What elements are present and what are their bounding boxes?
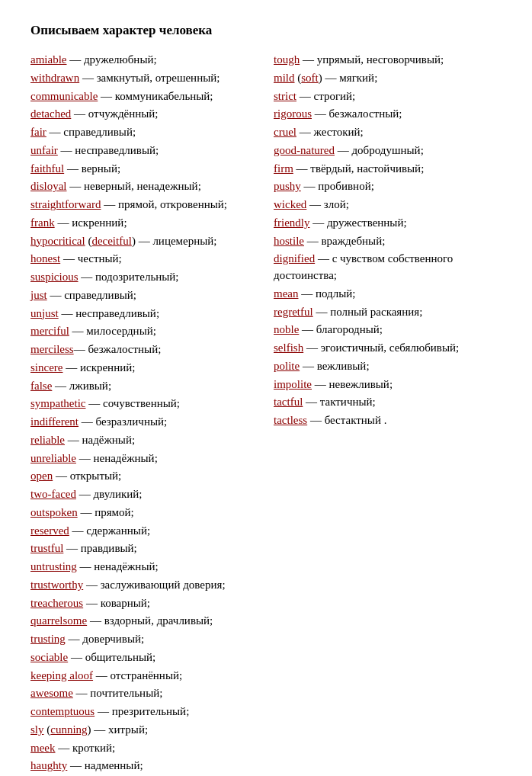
word-link[interactable]: fair (30, 126, 46, 138)
word-link[interactable]: trustful (30, 542, 63, 554)
word-link[interactable]: treacherous (30, 597, 83, 609)
word-link[interactable]: detached (30, 107, 71, 120)
word-link[interactable]: friendly (274, 216, 309, 229)
word-link[interactable]: frank (30, 216, 55, 229)
list-item: trusting — доверчивый; (30, 631, 258, 648)
list-item: sly (cunning) — хитрый; (30, 722, 258, 739)
word-link[interactable]: straightforward (30, 198, 101, 210)
list-item: meek — кроткий; (30, 740, 258, 757)
definition: — несправедливый; (58, 144, 159, 156)
definition: — вежливый; (300, 360, 369, 372)
definition: — подозрительный; (79, 271, 179, 283)
word-link[interactable]: suspicious (30, 271, 79, 283)
word-link[interactable]: meek (30, 742, 55, 754)
word-link[interactable]: trusting (30, 633, 66, 645)
definition: — сочувственный; (85, 397, 180, 409)
list-item: treacherous — коварный; (30, 595, 258, 612)
word-link[interactable]: trustworthy (30, 579, 83, 591)
word-link[interactable]: communicable (30, 90, 98, 102)
word-link[interactable]: hypocritical (30, 235, 85, 247)
word-link[interactable]: selfish (274, 342, 303, 354)
list-item: amiable — дружелюбный; (30, 52, 258, 69)
list-item: honest — честный; (30, 251, 258, 268)
word-link[interactable]: polite (274, 360, 300, 372)
word-link[interactable]: merciless (30, 343, 74, 355)
definition: — вздорный, драчливый; (87, 614, 213, 627)
word-link[interactable]: haughty (30, 759, 67, 771)
definition: — честный; (60, 252, 122, 265)
word-link[interactable]: tactless (274, 414, 307, 426)
list-item: noble — благородный; (274, 322, 502, 338)
list-item: trustful — правдивый; (30, 540, 258, 557)
word-link[interactable]: sympathetic (30, 397, 85, 409)
definition: — почтительный; (73, 687, 163, 699)
word-link[interactable]: open (30, 470, 53, 482)
word-link[interactable]: pushy (274, 180, 301, 192)
word-link[interactable]: regretful (274, 306, 313, 318)
list-item: merciless— безжалостный; (30, 342, 258, 358)
list-item: withdrawn — замкнутый, отрешенный; (30, 70, 258, 87)
word-link[interactable]: tactful (274, 396, 303, 408)
word-link[interactable]: unjust (30, 307, 59, 319)
page-title: Описываем характер человека (30, 23, 502, 38)
list-item: false — лживый; (30, 378, 258, 395)
word-link[interactable]: sly (30, 723, 44, 736)
word-link[interactable]: false (30, 380, 52, 392)
word-link[interactable]: mean (274, 287, 298, 300)
list-item: open — открытый; (30, 468, 258, 485)
word-link[interactable]: disloyal (30, 180, 67, 192)
word-link[interactable]: sociable (30, 651, 68, 663)
word-link[interactable]: faithful (30, 162, 64, 175)
word-link[interactable]: keeping aloof (30, 669, 93, 681)
word-link[interactable]: strict (274, 90, 296, 102)
list-item: polite — вежливый; (274, 358, 502, 375)
word-link[interactable]: amiable (30, 53, 66, 66)
word-link[interactable]: awesome (30, 687, 73, 699)
word-link[interactable]: just (30, 289, 47, 301)
word-link[interactable]: unreliable (30, 452, 76, 464)
list-item: frank — искренний; (30, 215, 258, 232)
word-link[interactable]: cunning (50, 723, 87, 736)
word-link[interactable]: cruel (274, 126, 296, 138)
definition: — ненадёжный; (77, 560, 159, 572)
word-link[interactable]: reliable (30, 434, 65, 446)
list-item: quarrelsome — вздорный, драчливый; (30, 613, 258, 630)
definition: — несправедливый; (59, 307, 159, 319)
list-item: mild (soft) — мягкий; (274, 70, 502, 87)
word-link[interactable]: dignified (274, 252, 315, 265)
word-link[interactable]: indifferent (30, 415, 79, 428)
definition: — правдивый; (63, 542, 136, 554)
word-link[interactable]: deceitful (91, 235, 131, 247)
word-link[interactable]: two-faced (30, 488, 76, 500)
word-link[interactable]: outspoken (30, 506, 78, 518)
definition: — полный раскаяния; (313, 306, 423, 318)
word-link[interactable]: honest (30, 252, 60, 265)
word-link[interactable]: reserved (30, 524, 69, 537)
word-link[interactable]: mild (274, 72, 295, 84)
definition: — злой; (306, 198, 349, 210)
word-link[interactable]: merciful (30, 325, 69, 337)
word-link[interactable]: firm (274, 162, 293, 175)
list-item: mean — подлый; (274, 286, 502, 303)
word-link[interactable]: impolite (274, 378, 312, 390)
list-item: disloyal — неверный, ненадежный; (30, 178, 258, 195)
definition: — кроткий; (55, 742, 115, 754)
word-link[interactable]: quarrelsome (30, 614, 87, 627)
word-link[interactable]: withdrawn (30, 72, 79, 84)
word-link[interactable]: wicked (274, 198, 306, 210)
definition: — искренний; (55, 216, 127, 229)
definition: — эгоистичный, себялюбивый; (303, 342, 459, 354)
word-link[interactable]: soft (301, 72, 319, 84)
word-link[interactable]: untrusting (30, 560, 77, 572)
word-link[interactable]: good-natured (274, 144, 335, 156)
word-link[interactable]: rigorous (274, 107, 312, 120)
word-link[interactable]: sincere (30, 361, 62, 374)
list-item: just — справедливый; (30, 287, 258, 304)
word-link[interactable]: hostile (274, 235, 304, 247)
word-link[interactable]: noble (274, 323, 299, 335)
word-link[interactable]: tough (274, 53, 300, 66)
word-link[interactable]: unfair (30, 144, 58, 156)
word-link[interactable]: contemptuous (30, 705, 95, 717)
list-item: reserved — сдержанный; (30, 523, 258, 540)
list-item: dignified — с чувством собственного дост… (274, 251, 502, 284)
